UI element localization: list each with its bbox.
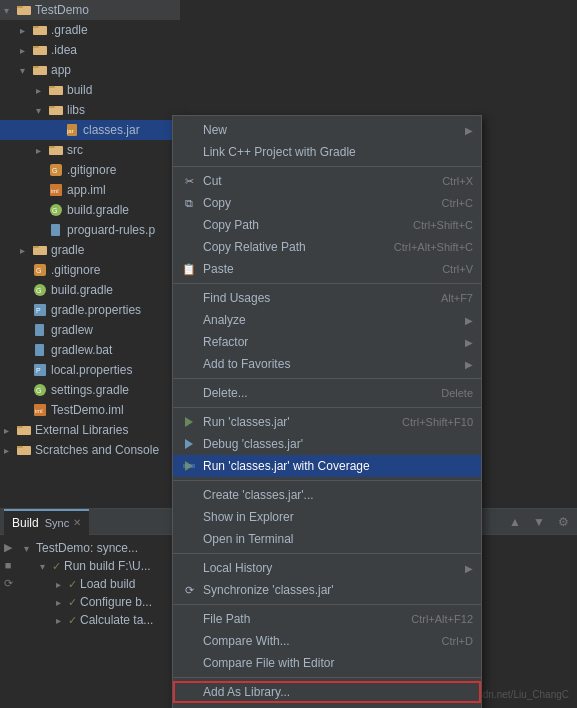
build-run-icon[interactable]: ▶ (0, 539, 16, 555)
build-label: Run build F:\U... (64, 559, 151, 573)
svg-rect-3 (33, 26, 39, 28)
tree-item-gradle-properties[interactable]: Pgradle.properties (0, 300, 180, 320)
build-sync-icon[interactable]: ⟳ (0, 575, 16, 591)
svg-rect-5 (33, 46, 39, 48)
menu-icon-open-terminal (181, 531, 197, 547)
svg-text:P: P (36, 307, 41, 314)
menu-item-run-coverage[interactable]: Run 'classes.jar' with Coverage (173, 455, 481, 477)
menu-label-debug-classes: Debug 'classes.jar' (203, 437, 473, 451)
context-menu[interactable]: New▶Link C++ Project with Gradle✂CutCtrl… (172, 115, 482, 708)
menu-label-cut: Cut (203, 174, 434, 188)
menu-item-analyze[interactable]: Analyze▶ (173, 309, 481, 331)
tree-label-gitignore-app: .gitignore (67, 163, 116, 177)
submenu-arrow-refactor: ▶ (465, 337, 473, 348)
menu-item-delete[interactable]: Delete...Delete (173, 382, 481, 404)
menu-shortcut-copy: Ctrl+C (442, 197, 473, 209)
tree-icon-folder (32, 62, 48, 78)
menu-shortcut-compare-with: Ctrl+D (442, 635, 473, 647)
tree-item-external-libs[interactable]: ▸External Libraries (0, 420, 180, 440)
tree-arrow-scratches: ▸ (4, 445, 16, 456)
tree-item-scratches[interactable]: ▸Scratches and Console (0, 440, 180, 460)
menu-item-file-path[interactable]: File PathCtrl+Alt+F12 (173, 608, 481, 630)
tree-item-gradlew[interactable]: gradlew (0, 320, 180, 340)
menu-item-debug-classes[interactable]: Debug 'classes.jar' (173, 433, 481, 455)
svg-text:P: P (36, 367, 41, 374)
panel-up-icon[interactable]: ▲ (505, 512, 525, 532)
menu-item-show-explorer[interactable]: Show in Explorer (173, 506, 481, 528)
menu-item-create-jar[interactable]: Create 'classes.jar'... (173, 484, 481, 506)
build-check: ✓ (68, 578, 77, 591)
tree-item-gradle-root[interactable]: ▸gradle (0, 240, 180, 260)
tree-item-settings-gradle[interactable]: Gsettings.gradle (0, 380, 180, 400)
tree-label-idea-folder: .idea (51, 43, 77, 57)
tree-item-src-folder[interactable]: ▸src (0, 140, 180, 160)
tree-item-local-properties[interactable]: Plocal.properties (0, 360, 180, 380)
menu-icon-paste: 📋 (181, 261, 197, 277)
menu-item-synchronize[interactable]: ⟳Synchronize 'classes.jar' (173, 579, 481, 601)
tree-arrow-idea-folder: ▸ (20, 45, 32, 56)
menu-item-copy-relative-path[interactable]: Copy Relative PathCtrl+Alt+Shift+C (173, 236, 481, 258)
tree-icon-iml: iml (32, 402, 48, 418)
tree-item-app-iml[interactable]: imlapp.iml (0, 180, 180, 200)
submenu-arrow-new: ▶ (465, 125, 473, 136)
tree-item-libs-folder[interactable]: ▾libs (0, 100, 180, 120)
menu-item-run-classes[interactable]: Run 'classes.jar'Ctrl+Shift+F10 (173, 411, 481, 433)
menu-separator (173, 378, 481, 379)
tree-item-proguard-rules[interactable]: proguard-rules.p (0, 220, 180, 240)
menu-item-paste[interactable]: 📋PasteCtrl+V (173, 258, 481, 280)
tree-item-gradlew-bat[interactable]: gradlew.bat (0, 340, 180, 360)
menu-item-add-library[interactable]: Add As Library... (173, 681, 481, 703)
menu-icon-compare-file (181, 655, 197, 671)
svg-text:G: G (52, 207, 57, 214)
menu-item-cut[interactable]: ✂CutCtrl+X (173, 170, 481, 192)
menu-item-open-terminal[interactable]: Open in Terminal (173, 528, 481, 550)
menu-label-analyze: Analyze (203, 313, 461, 327)
menu-item-local-history[interactable]: Local History▶ (173, 557, 481, 579)
tree-item-build-folder[interactable]: ▸build (0, 80, 180, 100)
menu-shortcut-find-usages: Alt+F7 (441, 292, 473, 304)
menu-label-find-usages: Find Usages (203, 291, 433, 305)
tree-item-build-gradle-root[interactable]: Gbuild.gradle (0, 280, 180, 300)
menu-item-copy[interactable]: ⧉CopyCtrl+C (173, 192, 481, 214)
tree-item-testdemo[interactable]: ▾TestDemo (0, 0, 180, 20)
menu-item-find-usages[interactable]: Find UsagesAlt+F7 (173, 287, 481, 309)
menu-item-compare-with[interactable]: Compare With...Ctrl+D (173, 630, 481, 652)
panel-settings-icon[interactable]: ⚙ (553, 512, 573, 532)
tree-item-gitignore-app[interactable]: G.gitignore (0, 160, 180, 180)
tree-icon-gradle: G (32, 282, 48, 298)
menu-label-add-library: Add As Library... (203, 685, 473, 699)
tree-item-app-folder[interactable]: ▾app (0, 60, 180, 80)
svg-rect-9 (49, 86, 55, 88)
tree-item-gitignore-root[interactable]: G.gitignore (0, 260, 180, 280)
menu-shortcut-delete: Delete (441, 387, 473, 399)
tree-item-classes-jar[interactable]: jarclasses.jar (0, 120, 180, 140)
svg-rect-40 (17, 426, 23, 428)
menu-item-copy-path[interactable]: Copy PathCtrl+Shift+C (173, 214, 481, 236)
tab-close[interactable]: ✕ (73, 517, 81, 528)
tree-item-testdemo-iml[interactable]: imlTestDemo.iml (0, 400, 180, 420)
tree-label-proguard-rules: proguard-rules.p (67, 223, 155, 237)
tab-build[interactable]: Build Sync ✕ (4, 509, 89, 535)
menu-item-add-favorites[interactable]: Add to Favorites▶ (173, 353, 481, 375)
menu-label-run-coverage: Run 'classes.jar' with Coverage (203, 459, 473, 473)
menu-icon-refactor (181, 334, 197, 350)
menu-item-new[interactable]: New▶ (173, 119, 481, 141)
menu-icon-add-favorites (181, 356, 197, 372)
menu-icon-add-library (181, 684, 197, 700)
tree-item-build-gradle-app[interactable]: Gbuild.gradle (0, 200, 180, 220)
menu-item-link-cpp[interactable]: Link C++ Project with Gradle (173, 141, 481, 163)
tree-label-gradlew: gradlew (51, 323, 93, 337)
menu-icon-synchronize: ⟳ (181, 582, 197, 598)
tree-item-idea-folder[interactable]: ▸.idea (0, 40, 180, 60)
tree-item-gradle-folder[interactable]: ▸.gradle (0, 20, 180, 40)
menu-item-refactor[interactable]: Refactor▶ (173, 331, 481, 353)
tree-icon-git: G (32, 262, 48, 278)
tree-label-gradle-properties: gradle.properties (51, 303, 141, 317)
submenu-arrow-analyze: ▶ (465, 315, 473, 326)
menu-item-compare-file[interactable]: Compare File with Editor (173, 652, 481, 674)
tree-arrow-build-folder: ▸ (36, 85, 48, 96)
panel-down-icon[interactable]: ▼ (529, 512, 549, 532)
build-stop-icon[interactable]: ■ (0, 557, 16, 573)
tree-label-build-gradle-root: build.gradle (51, 283, 113, 297)
menu-item-create-gist[interactable]: ⊙Create Gist... (173, 703, 481, 708)
